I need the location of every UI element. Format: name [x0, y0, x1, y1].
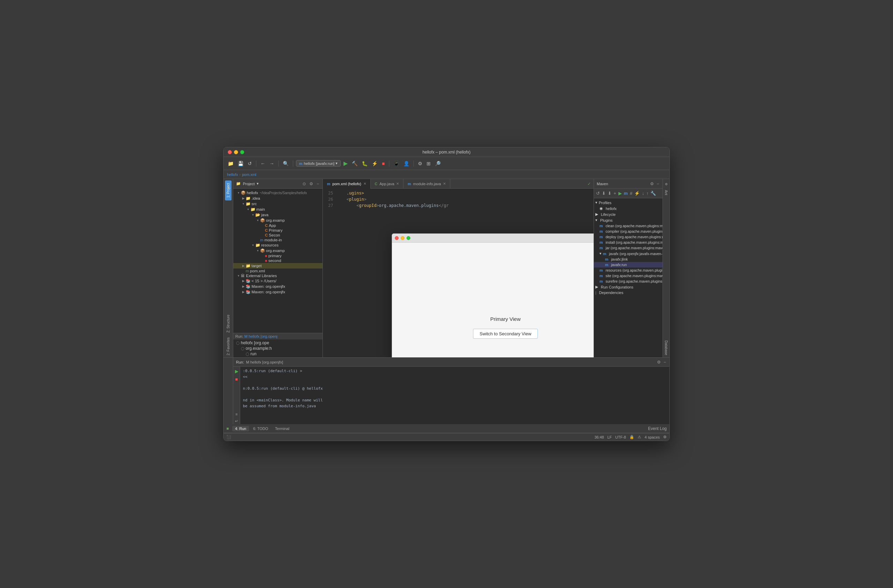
javafx-close-button[interactable]: [395, 236, 398, 240]
run-button[interactable]: ▶: [342, 159, 349, 167]
tree-item-res-org[interactable]: ▾ 📦 org.examp: [233, 248, 322, 254]
maven-item-run-configs[interactable]: ▶ Run Configurations: [594, 284, 663, 290]
debug-button[interactable]: 🐛: [360, 160, 369, 167]
maven-bolt-button[interactable]: ⚡: [634, 190, 640, 196]
profile-button[interactable]: 👤: [402, 160, 411, 167]
right-tab-database[interactable]: Database: [663, 338, 669, 357]
bottom-tab-run[interactable]: 4: Run: [232, 426, 249, 431]
maven-up-button[interactable]: ↑: [646, 190, 649, 196]
tree-item-jdk[interactable]: ▶ 📚 < 15 > /Users/: [233, 278, 322, 284]
sidebar-tab-project[interactable]: 1: Project: [225, 180, 232, 200]
stop-button[interactable]: ■: [380, 160, 386, 167]
run-item-hellofx[interactable]: ◌ hellofx [org.ope: [233, 340, 322, 346]
tree-item-maven2[interactable]: ▶ 📚 Maven: org.openjfx: [233, 289, 322, 295]
maven-down-button[interactable]: ↓: [641, 190, 645, 196]
tree-item-idea[interactable]: ▶ 📁 .idea: [233, 195, 322, 201]
tree-item-maven1[interactable]: ▶ 📚 Maven: org.openjfx: [233, 284, 322, 289]
scope-button[interactable]: ⊙: [302, 181, 307, 187]
maven-item-deps[interactable]: | Dependencies: [594, 290, 663, 296]
maven-item-site[interactable]: m site (org.apache.maven.plugins:maven-s…: [594, 273, 663, 279]
tree-item-second[interactable]: C Secon: [233, 233, 322, 237]
maven-item-lifecycle[interactable]: ▶ Lifecycle: [594, 212, 663, 217]
run-item-run[interactable]: ◌ run: [233, 351, 322, 357]
maven-item-clean[interactable]: m clean (org.apache.maven.plugins:maven-…: [594, 223, 663, 229]
status-encoding[interactable]: UTF-8: [615, 435, 626, 439]
tree-item-second-fxml[interactable]: ■ second: [233, 258, 322, 263]
forward-button[interactable]: →: [268, 160, 276, 167]
close-button[interactable]: [228, 150, 232, 154]
maven-settings-button[interactable]: ⚙: [649, 181, 655, 187]
tab-close-button2[interactable]: ✕: [396, 182, 399, 186]
refresh-button[interactable]: ↺: [247, 160, 253, 167]
layout-button[interactable]: ⊞: [425, 160, 432, 167]
maven-hash-button[interactable]: #: [629, 190, 633, 196]
right-tab-maven[interactable]: ⚙: [664, 180, 669, 188]
maven-item-hellofx[interactable]: ◉ hellofx: [594, 206, 663, 212]
back-button[interactable]: ←: [259, 160, 267, 167]
tree-item-pom[interactable]: m pom.xml: [233, 268, 322, 273]
maven-wrench-button[interactable]: 🔧: [650, 190, 657, 196]
maven-download-button[interactable]: ⬇: [601, 190, 606, 196]
rerun-button[interactable]: ▶: [234, 368, 239, 375]
run-panel-settings-button[interactable]: ⚙: [656, 359, 661, 365]
tree-item-main[interactable]: ▾ 📁 main: [233, 207, 322, 212]
tab-app-java[interactable]: C App.java ✕: [371, 179, 404, 189]
breadcrumb-item-pom[interactable]: pom.xml: [242, 172, 256, 177]
tree-item-primary[interactable]: C Primary: [233, 228, 322, 233]
tree-item-ext-libs[interactable]: ▾ 🏛 External Libraries: [233, 273, 322, 278]
scroll-to-end-button[interactable]: ≡: [235, 411, 238, 417]
maven-item-javafx-run[interactable]: m javafx:run: [594, 262, 663, 267]
maven-item-deploy[interactable]: m deploy (org.apache.maven.plugins:maven…: [594, 234, 663, 240]
navigate-button[interactable]: 🔍: [281, 160, 290, 167]
tree-item-moduleinfo[interactable]: m module-in: [233, 237, 322, 242]
tree-item-app[interactable]: C App: [233, 223, 322, 228]
tree-item-resources[interactable]: ▾ 📁 resources: [233, 242, 322, 248]
maven-add-button[interactable]: +: [613, 190, 617, 196]
soft-wrap-button[interactable]: ↵: [234, 418, 239, 424]
tree-item-primary-fxml[interactable]: ■ primary: [233, 254, 322, 258]
coverage-button[interactable]: ⚡: [370, 160, 379, 167]
switch-to-secondary-button[interactable]: Switch to Secondary View: [473, 329, 538, 339]
tab-close-button3[interactable]: ✕: [443, 182, 446, 186]
tree-item-java[interactable]: ▾ 📂 java: [233, 212, 322, 218]
phone-button[interactable]: 📱: [392, 160, 401, 167]
maven-item-resources[interactable]: m resources (org.apache.maven.plugins:ma…: [594, 267, 663, 273]
tab-close-button[interactable]: ✕: [364, 182, 366, 186]
maven-item-javafx[interactable]: ▾ m javafx (org.openjfx:javafx-maven-plu…: [594, 250, 663, 256]
minimize-button[interactable]: [234, 150, 238, 154]
maven-item-jar[interactable]: m jar (org.apache.maven.plugins:maven-ja…: [594, 245, 663, 250]
maven-download-sources-button[interactable]: ⬇: [607, 190, 612, 196]
javafx-maximize-button[interactable]: [406, 236, 410, 240]
sidebar-tab-favorites[interactable]: 2: Favorites: [225, 335, 232, 357]
status-settings-icon[interactable]: ⚙: [663, 435, 667, 439]
save-button[interactable]: 💾: [236, 160, 245, 167]
bottom-tab-terminal[interactable]: Terminal: [272, 426, 292, 431]
open-folder-button[interactable]: 📁: [226, 160, 235, 167]
tab-pom-xml[interactable]: m pom.xml (hellofx) ✕: [323, 179, 371, 189]
sidebar-tab-structure[interactable]: Z: Structure: [225, 313, 232, 334]
event-log-link[interactable]: Event Log: [648, 426, 667, 431]
settings-gear[interactable]: ⚙: [309, 181, 314, 187]
javafx-minimize-button[interactable]: [401, 236, 404, 240]
tree-item-target[interactable]: ▶ 📁 target: [233, 263, 322, 268]
bottom-tab-todo[interactable]: 6: TODO: [251, 426, 271, 431]
maven-collapse-button[interactable]: −: [656, 181, 660, 187]
maven-run-button[interactable]: ▶: [618, 190, 622, 196]
maven-item-jlink[interactable]: m javafx:jlink: [594, 256, 663, 262]
maven-item-install[interactable]: m install (org.apache.maven.plugins:mave…: [594, 240, 663, 245]
maven-refresh-button[interactable]: ↺: [595, 190, 600, 196]
status-line-endings[interactable]: LF: [607, 435, 612, 439]
build-button[interactable]: 🔨: [350, 160, 359, 167]
settings-button[interactable]: ⚙: [416, 160, 424, 167]
maven-item-surefire[interactable]: m surefire (org.apache.maven.plugins:mav…: [594, 279, 663, 284]
tree-item-org[interactable]: ▾ 📦 org.examp: [233, 218, 322, 223]
tree-item-src[interactable]: ▾ 📁 src: [233, 201, 322, 207]
run-config-selector[interactable]: m hellofx [javafx:run] ▾: [296, 160, 341, 166]
maven-m-button[interactable]: m: [623, 190, 629, 196]
tree-item-hellofx[interactable]: ▾ 📦 hellofx ~/IdeaProjects/Samples/hello…: [233, 190, 322, 195]
project-dropdown-icon[interactable]: ▾: [257, 182, 259, 186]
maximize-button[interactable]: [240, 150, 244, 154]
maven-item-compiler[interactable]: m compiler (org.apache.maven.plugins:mav…: [594, 229, 663, 234]
maven-item-plugins[interactable]: ▾ Plugins: [594, 217, 663, 223]
search-everywhere-button[interactable]: 🔎: [433, 160, 442, 167]
